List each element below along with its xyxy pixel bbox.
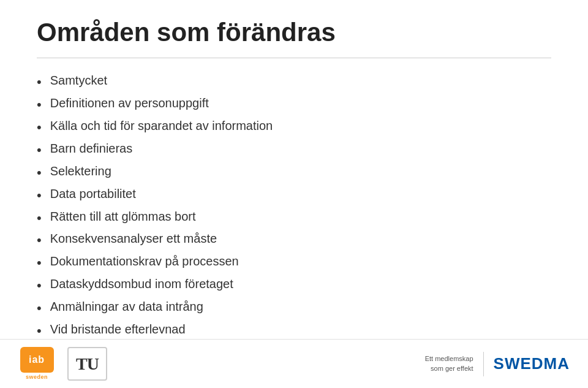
membership-line1: Ett medlemskap <box>425 354 473 363</box>
list-item: Rätten till att glömmas bort <box>37 208 551 228</box>
list-item: Barn definieras <box>37 140 551 160</box>
footer-vertical-divider <box>483 352 484 376</box>
list-item: Dokumentationskrav på processen <box>37 253 551 273</box>
list-item: Anmälningar av data intrång <box>37 298 551 318</box>
list-item: Definitionen av personuppgift <box>37 94 551 115</box>
tu-label: TU <box>76 354 99 374</box>
list-item: Data portabilitet <box>37 185 551 205</box>
iab-sub-label: sweden <box>26 374 48 380</box>
list-item: Selektering <box>37 162 551 183</box>
membership-line2: som ger effekt <box>425 364 473 373</box>
list-item: Dataskyddsombud inom företaget <box>37 275 551 295</box>
list-item: Källa och tid för sparandet av informati… <box>37 117 551 137</box>
swedma-label: SWEDMA <box>494 354 570 373</box>
iab-label: iab <box>29 354 45 365</box>
iab-logo: iab sweden <box>18 347 55 381</box>
membership-text: Ett medlemskap som ger effekt <box>425 354 473 373</box>
page-title: Områden som förändras <box>37 18 551 47</box>
section-divider <box>37 58 551 58</box>
tu-logo: TU <box>67 347 107 381</box>
footer: iab sweden TU Ett medlemskap som ger eff… <box>0 339 588 388</box>
iab-box: iab <box>20 347 54 373</box>
list-item: Samtycket <box>37 72 551 92</box>
main-content: Områden som förändras SamtycketDefinitio… <box>0 0 588 388</box>
list-item: Vid bristande efterlevnad <box>37 321 551 341</box>
footer-logos: iab sweden TU <box>18 347 107 381</box>
footer-right: Ett medlemskap som ger effekt SWEDMA <box>425 352 570 376</box>
list-item: Konsekvensanalyser ett måste <box>37 230 551 250</box>
